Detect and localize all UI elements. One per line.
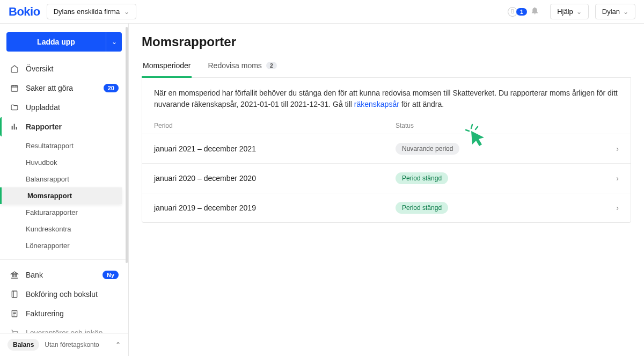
topbar: Bokio Dylans enskilda firma ⌄ B 1 Hjälp … xyxy=(0,0,644,24)
sidebar-item-label: Bokföring och bokslut xyxy=(26,290,98,299)
sidebar-footer[interactable]: Balans Utan företagskonto ⌃ xyxy=(0,333,128,356)
page-title: Momsrapporter xyxy=(142,34,631,49)
svg-rect-2 xyxy=(14,124,15,130)
upload-button[interactable]: Ladda upp xyxy=(6,32,106,52)
tab-label: Redovisa moms xyxy=(208,61,261,70)
book-icon xyxy=(10,289,19,299)
svg-rect-0 xyxy=(11,85,18,91)
home-icon xyxy=(10,64,19,74)
user-menu[interactable]: Dylan ⌄ xyxy=(595,4,635,19)
sidebar-item-label: Fakturering xyxy=(26,309,64,318)
chevron-down-icon: ⌄ xyxy=(124,8,129,16)
period-label: januari 2021 – december 2021 xyxy=(154,144,396,153)
invoice-icon xyxy=(10,309,19,318)
sidebar-item-label: Uppladdat xyxy=(26,103,60,112)
status-badge: Nuvarande period xyxy=(396,143,459,155)
help-label: Hjälp xyxy=(557,8,573,16)
company-name: Dylans enskilda firma xyxy=(54,8,120,16)
chevron-up-icon: ⌃ xyxy=(115,341,121,348)
status-badge: Period stängd xyxy=(396,202,448,214)
period-row[interactable]: januari 2019 – december 2019 Period stän… xyxy=(142,193,631,222)
chart-icon xyxy=(10,122,19,132)
tab-count-badge: 2 xyxy=(266,62,277,69)
status-badge: Period stängd xyxy=(396,172,448,184)
tab-periods[interactable]: Momsperioder xyxy=(142,57,192,78)
bell-icon xyxy=(530,6,539,18)
user-name: Dylan xyxy=(602,8,620,16)
sub-item-receivables[interactable]: Kundreskontra xyxy=(23,221,122,237)
tab-report[interactable]: Redovisa moms 2 xyxy=(207,57,278,78)
sidebar-item-label: Rapporter xyxy=(26,122,62,131)
upload-more-button[interactable]: ⌄ xyxy=(106,32,122,52)
period-row[interactable]: januari 2021 – december 2021 Nuvarande p… xyxy=(142,134,631,164)
sub-item-invoices[interactable]: Fakturarapporter xyxy=(23,204,122,221)
chevron-down-icon: ⌄ xyxy=(623,8,628,16)
col-period-header: Period xyxy=(154,122,396,129)
chevron-down-icon: ⌄ xyxy=(576,8,582,16)
info-suffix: för att ändra. xyxy=(399,100,444,108)
sidebar-item-bank[interactable]: Bank Ny xyxy=(6,265,122,285)
sidebar-item-todo[interactable]: Saker att göra 20 xyxy=(6,78,122,98)
tab-label: Momsperioder xyxy=(143,61,191,70)
sub-item-payroll[interactable]: Lönerapporter xyxy=(23,237,122,254)
svg-rect-1 xyxy=(12,126,13,130)
sub-item-vat[interactable]: Momsrapport xyxy=(0,187,122,204)
todo-count-badge: 20 xyxy=(104,84,119,92)
sidebar-item-invoicing[interactable]: Fakturering xyxy=(6,304,122,323)
brand-logo[interactable]: Bokio xyxy=(9,5,40,19)
help-button[interactable]: Hjälp ⌄ xyxy=(550,4,589,19)
sidebar-item-label: Översikt xyxy=(26,64,53,73)
period-label: januari 2019 – december 2019 xyxy=(154,204,396,212)
sidebar-scrollbar[interactable] xyxy=(125,24,128,333)
bank-icon xyxy=(10,270,19,280)
sidebar-item-bookkeeping[interactable]: Bokföring och bokslut xyxy=(6,285,122,304)
cart-icon xyxy=(10,328,19,333)
svg-rect-3 xyxy=(16,127,17,130)
chevron-right-icon: › xyxy=(616,174,619,183)
periods-panel: När en momsperiod har förfallit behöver … xyxy=(142,78,631,223)
sidebar-item-overview[interactable]: Översikt xyxy=(6,59,122,78)
table-header: Period Status xyxy=(142,118,631,134)
chevron-right-icon: › xyxy=(616,144,619,153)
sidebar-item-label: Saker att göra xyxy=(26,84,73,92)
sidebar-item-suppliers[interactable]: Leverantörer och inköp xyxy=(6,323,122,333)
new-badge: Ny xyxy=(103,271,119,279)
sidebar-item-label: Leverantörer och inköp xyxy=(26,329,103,333)
calendar-icon xyxy=(10,83,19,93)
sidebar-item-label: Bank xyxy=(26,271,43,279)
sidebar-item-reports[interactable]: Rapporter xyxy=(0,117,122,136)
notification-count: 1 xyxy=(516,8,527,16)
chevron-right-icon: › xyxy=(616,204,619,212)
sub-item-result[interactable]: Resultatrapport xyxy=(23,137,122,154)
notification-group[interactable]: B 1 xyxy=(508,6,539,18)
sub-item-balance[interactable]: Balansrapport xyxy=(23,171,122,187)
reports-submenu: Resultatrapport Huvudbok Balansrapport M… xyxy=(6,137,122,254)
plan-description: Utan företagskonto xyxy=(45,341,99,348)
period-row[interactable]: januari 2020 – december 2020 Period stän… xyxy=(142,164,631,193)
sidebar: Ladda upp ⌄ Översikt Saker att göra 20 xyxy=(0,24,129,356)
col-status-header: Status xyxy=(396,122,603,129)
folder-icon xyxy=(10,103,19,112)
svg-rect-4 xyxy=(12,291,17,297)
main-content: Momsrapporter Momsperioder Redovisa moms… xyxy=(129,24,644,356)
chevron-down-icon: ⌄ xyxy=(112,38,117,46)
plan-badge: Balans xyxy=(8,339,39,351)
period-label: januari 2020 – december 2020 xyxy=(154,174,396,183)
fiscal-year-link[interactable]: räkenskapsår xyxy=(354,100,399,108)
sidebar-item-uploaded[interactable]: Uppladdat xyxy=(6,98,122,117)
company-selector[interactable]: Dylans enskilda firma ⌄ xyxy=(47,4,137,19)
tabs: Momsperioder Redovisa moms 2 xyxy=(142,57,631,78)
info-text: När en momsperiod har förfallit behöver … xyxy=(142,78,631,118)
sub-item-ledger[interactable]: Huvudbok xyxy=(23,154,122,171)
